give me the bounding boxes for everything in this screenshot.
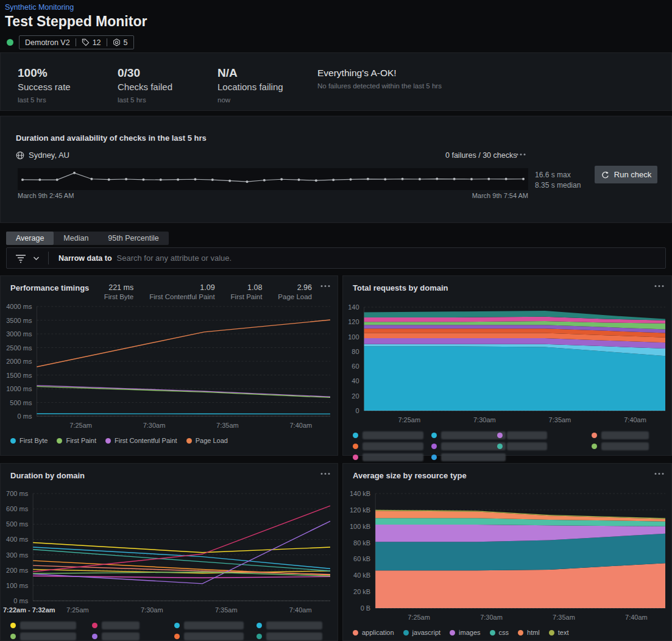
legend-item[interactable]: First Byte [10, 437, 48, 444]
redacted-legend-label [363, 431, 423, 439]
legend-item[interactable] [174, 632, 244, 640]
redacted-legend-label [102, 632, 140, 640]
legend-item[interactable] [431, 453, 506, 461]
legend-dot [174, 623, 180, 628]
run-check-button[interactable]: Run check [595, 166, 657, 183]
monitor-meta-badge[interactable]: Demotron V2 12 5 [19, 35, 134, 49]
legend-item[interactable] [174, 622, 244, 629]
legend-item[interactable] [497, 442, 547, 450]
run-check-label: Run check [614, 170, 651, 179]
legend-item[interactable] [592, 442, 649, 450]
svg-text:0 B: 0 B [361, 604, 371, 612]
redacted-legend-label [20, 632, 76, 640]
legend-item[interactable] [353, 442, 423, 450]
svg-text:120: 120 [348, 318, 359, 325]
legend-item[interactable] [497, 431, 547, 439]
legend-item[interactable]: css [490, 629, 509, 636]
legend-item[interactable] [10, 622, 76, 629]
tab-median[interactable]: Median [54, 232, 98, 245]
avg-size-panel: Average size by resource type 0 B20 kB40… [342, 463, 672, 641]
filter-search-input[interactable] [116, 253, 665, 263]
location-row: Sydney, AU [16, 151, 69, 160]
legend-label: First Paint [66, 437, 96, 444]
avg-size-legend: applicationjavascriptimagescsshtmltext [343, 629, 671, 636]
tab-95th-percentile[interactable]: 95th Percentile [98, 232, 168, 245]
legend-item[interactable] [92, 622, 140, 629]
legend-label: application [362, 629, 394, 636]
panel-menu-icon[interactable] [516, 153, 526, 156]
legend-item[interactable]: text [549, 629, 569, 636]
panel-menu-icon[interactable] [654, 283, 664, 288]
legend-label: text [558, 629, 569, 636]
breadcrumb[interactable]: Synthetic Monitoring [5, 3, 667, 12]
legend-item[interactable]: First Contentful Paint [105, 437, 177, 444]
chevron-down-icon[interactable] [33, 256, 40, 261]
legend-label: images [459, 629, 480, 636]
legend-item[interactable] [592, 431, 649, 439]
duration-by-domain-legend [1, 622, 338, 641]
legend-item[interactable]: html [518, 629, 540, 636]
panel-menu-icon[interactable] [320, 471, 330, 475]
probe-count: 5 [124, 38, 128, 47]
status-message-sub: No failures detected within the last 5 h… [317, 82, 442, 90]
header-stat: 1.08First Paint [231, 283, 263, 300]
legend-label: First Contentful Paint [115, 437, 177, 444]
legend-item[interactable] [353, 431, 423, 439]
legend-item[interactable]: application [353, 629, 394, 636]
legend-item[interactable] [256, 622, 322, 629]
svg-text:80: 80 [352, 348, 359, 355]
legend-item[interactable]: Page Load [186, 437, 228, 444]
legend-group [353, 431, 423, 464]
redacted-legend-label [266, 622, 322, 629]
filter-bar: Narrow data to [6, 247, 666, 269]
legend-item[interactable] [431, 442, 506, 450]
legend-dot [10, 634, 16, 639]
stat-sublabel: last 5 hrs [118, 96, 218, 104]
tab-average[interactable]: Average [6, 232, 54, 245]
svg-text:100: 100 [348, 333, 359, 341]
checks-duration-sparkline[interactable] [18, 168, 528, 190]
legend-dot [10, 438, 16, 444]
svg-text:7:35am: 7:35am [216, 422, 239, 429]
svg-text:200 ms: 200 ms [6, 567, 29, 574]
legend-item[interactable]: javascript [403, 629, 440, 636]
svg-text:100 ms: 100 ms [6, 582, 29, 589]
legend-group [592, 431, 649, 453]
svg-text:140 kB: 140 kB [350, 490, 370, 497]
legend-group [431, 431, 506, 464]
legend-item[interactable] [92, 632, 140, 640]
legend-item[interactable]: First Paint [57, 437, 96, 444]
header-stat-label: Page Load [278, 293, 312, 300]
svg-text:3000 ms: 3000 ms [6, 330, 32, 338]
total-requests-chart[interactable]: 0204060801001201407:25am7:30am7:35am7:40… [344, 302, 669, 428]
legend-item[interactable] [431, 431, 506, 439]
legend-item[interactable] [353, 453, 423, 461]
svg-text:7:30am: 7:30am [480, 614, 503, 621]
legend-dot [497, 444, 503, 449]
svg-text:40: 40 [352, 377, 359, 384]
legend-dot [353, 444, 358, 449]
legend-item[interactable] [256, 632, 322, 640]
avg-size-chart[interactable]: 0 B20 kB40 kB60 kB80 kB100 kB120 kB140 k… [344, 489, 669, 625]
badge-divider [76, 38, 76, 46]
legend-item[interactable] [10, 632, 76, 640]
panel-menu-icon[interactable] [654, 471, 664, 475]
filter-funnel-icon[interactable] [15, 253, 26, 263]
panel-menu-icon[interactable] [320, 283, 330, 288]
legend-dot [497, 433, 503, 438]
redacted-legend-label [507, 431, 547, 439]
legend-dot [174, 634, 180, 639]
svg-text:7:25am: 7:25am [408, 614, 430, 621]
total-requests-legend [343, 431, 671, 468]
legend-dot [10, 623, 16, 628]
svg-text:60: 60 [352, 363, 359, 370]
legend-label: First Byte [19, 437, 48, 444]
performance-timings-chart[interactable]: 0 ms500 ms1000 ms1500 ms2000 ms2500 ms30… [2, 302, 334, 433]
legend-dot [450, 630, 455, 636]
svg-text:300 ms: 300 ms [6, 551, 29, 559]
svg-text:40 kB: 40 kB [353, 572, 370, 579]
legend-dot [186, 438, 192, 444]
legend-dot [490, 630, 495, 636]
legend-item[interactable]: images [450, 629, 480, 636]
duration-by-domain-chart[interactable]: 0 ms100 ms200 ms300 ms400 ms500 ms600 ms… [2, 489, 334, 618]
